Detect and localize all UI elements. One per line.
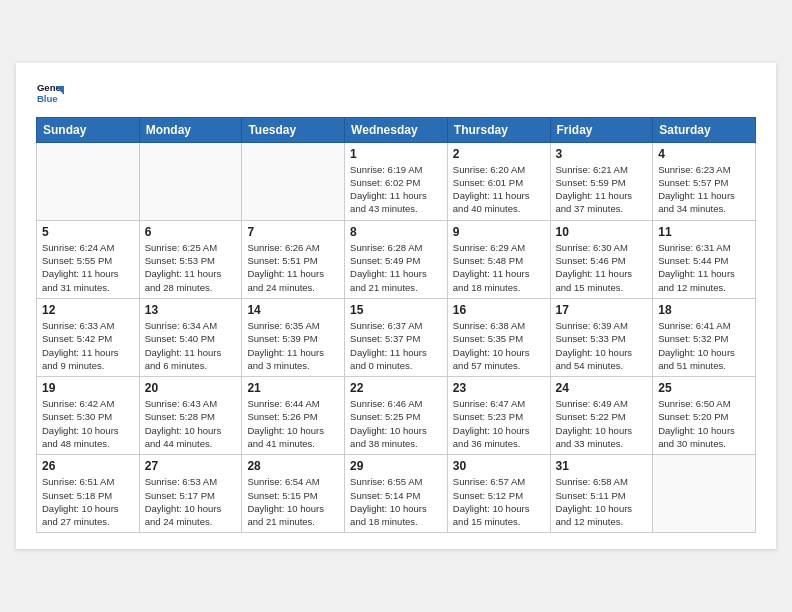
day-number: 17 [556, 303, 648, 317]
day-info: Sunrise: 6:24 AM Sunset: 5:55 PM Dayligh… [42, 241, 134, 294]
day-info: Sunrise: 6:54 AM Sunset: 5:15 PM Dayligh… [247, 475, 339, 528]
day-number: 3 [556, 147, 648, 161]
day-number: 7 [247, 225, 339, 239]
day-info: Sunrise: 6:37 AM Sunset: 5:37 PM Dayligh… [350, 319, 442, 372]
day-info: Sunrise: 6:47 AM Sunset: 5:23 PM Dayligh… [453, 397, 545, 450]
day-cell: 21Sunrise: 6:44 AM Sunset: 5:26 PM Dayli… [242, 377, 345, 455]
day-cell: 1Sunrise: 6:19 AM Sunset: 6:02 PM Daylig… [345, 142, 448, 220]
weekday-wednesday: Wednesday [345, 117, 448, 142]
day-cell: 20Sunrise: 6:43 AM Sunset: 5:28 PM Dayli… [139, 377, 242, 455]
day-cell [653, 455, 756, 533]
day-info: Sunrise: 6:28 AM Sunset: 5:49 PM Dayligh… [350, 241, 442, 294]
day-number: 29 [350, 459, 442, 473]
day-cell: 16Sunrise: 6:38 AM Sunset: 5:35 PM Dayli… [447, 298, 550, 376]
day-cell: 15Sunrise: 6:37 AM Sunset: 5:37 PM Dayli… [345, 298, 448, 376]
day-info: Sunrise: 6:55 AM Sunset: 5:14 PM Dayligh… [350, 475, 442, 528]
day-number: 18 [658, 303, 750, 317]
day-cell: 24Sunrise: 6:49 AM Sunset: 5:22 PM Dayli… [550, 377, 653, 455]
day-info: Sunrise: 6:58 AM Sunset: 5:11 PM Dayligh… [556, 475, 648, 528]
logo: General Blue [36, 79, 64, 107]
day-cell: 13Sunrise: 6:34 AM Sunset: 5:40 PM Dayli… [139, 298, 242, 376]
day-info: Sunrise: 6:50 AM Sunset: 5:20 PM Dayligh… [658, 397, 750, 450]
week-row-0: 1Sunrise: 6:19 AM Sunset: 6:02 PM Daylig… [37, 142, 756, 220]
week-row-3: 19Sunrise: 6:42 AM Sunset: 5:30 PM Dayli… [37, 377, 756, 455]
day-number: 13 [145, 303, 237, 317]
day-cell: 14Sunrise: 6:35 AM Sunset: 5:39 PM Dayli… [242, 298, 345, 376]
day-number: 5 [42, 225, 134, 239]
day-number: 1 [350, 147, 442, 161]
day-cell: 31Sunrise: 6:58 AM Sunset: 5:11 PM Dayli… [550, 455, 653, 533]
day-number: 21 [247, 381, 339, 395]
day-cell: 8Sunrise: 6:28 AM Sunset: 5:49 PM Daylig… [345, 220, 448, 298]
day-number: 19 [42, 381, 134, 395]
day-number: 31 [556, 459, 648, 473]
day-number: 30 [453, 459, 545, 473]
day-info: Sunrise: 6:21 AM Sunset: 5:59 PM Dayligh… [556, 163, 648, 216]
day-info: Sunrise: 6:46 AM Sunset: 5:25 PM Dayligh… [350, 397, 442, 450]
day-number: 27 [145, 459, 237, 473]
day-cell: 23Sunrise: 6:47 AM Sunset: 5:23 PM Dayli… [447, 377, 550, 455]
day-number: 15 [350, 303, 442, 317]
weekday-thursday: Thursday [447, 117, 550, 142]
day-info: Sunrise: 6:39 AM Sunset: 5:33 PM Dayligh… [556, 319, 648, 372]
day-cell: 19Sunrise: 6:42 AM Sunset: 5:30 PM Dayli… [37, 377, 140, 455]
day-info: Sunrise: 6:53 AM Sunset: 5:17 PM Dayligh… [145, 475, 237, 528]
day-number: 25 [658, 381, 750, 395]
day-cell: 6Sunrise: 6:25 AM Sunset: 5:53 PM Daylig… [139, 220, 242, 298]
day-info: Sunrise: 6:43 AM Sunset: 5:28 PM Dayligh… [145, 397, 237, 450]
weekday-saturday: Saturday [653, 117, 756, 142]
day-cell: 4Sunrise: 6:23 AM Sunset: 5:57 PM Daylig… [653, 142, 756, 220]
day-number: 26 [42, 459, 134, 473]
day-cell: 9Sunrise: 6:29 AM Sunset: 5:48 PM Daylig… [447, 220, 550, 298]
day-info: Sunrise: 6:25 AM Sunset: 5:53 PM Dayligh… [145, 241, 237, 294]
day-cell: 22Sunrise: 6:46 AM Sunset: 5:25 PM Dayli… [345, 377, 448, 455]
day-number: 8 [350, 225, 442, 239]
day-cell: 2Sunrise: 6:20 AM Sunset: 6:01 PM Daylig… [447, 142, 550, 220]
day-number: 12 [42, 303, 134, 317]
day-cell: 5Sunrise: 6:24 AM Sunset: 5:55 PM Daylig… [37, 220, 140, 298]
day-info: Sunrise: 6:29 AM Sunset: 5:48 PM Dayligh… [453, 241, 545, 294]
day-info: Sunrise: 6:49 AM Sunset: 5:22 PM Dayligh… [556, 397, 648, 450]
weekday-sunday: Sunday [37, 117, 140, 142]
calendar-table: SundayMondayTuesdayWednesdayThursdayFrid… [36, 117, 756, 534]
day-info: Sunrise: 6:26 AM Sunset: 5:51 PM Dayligh… [247, 241, 339, 294]
svg-text:Blue: Blue [37, 92, 58, 103]
day-number: 22 [350, 381, 442, 395]
weekday-tuesday: Tuesday [242, 117, 345, 142]
day-cell: 30Sunrise: 6:57 AM Sunset: 5:12 PM Dayli… [447, 455, 550, 533]
day-info: Sunrise: 6:42 AM Sunset: 5:30 PM Dayligh… [42, 397, 134, 450]
day-info: Sunrise: 6:41 AM Sunset: 5:32 PM Dayligh… [658, 319, 750, 372]
day-info: Sunrise: 6:33 AM Sunset: 5:42 PM Dayligh… [42, 319, 134, 372]
day-cell: 25Sunrise: 6:50 AM Sunset: 5:20 PM Dayli… [653, 377, 756, 455]
day-number: 10 [556, 225, 648, 239]
calendar-container: General Blue SundayMondayTuesdayWednesda… [16, 63, 776, 550]
day-cell: 17Sunrise: 6:39 AM Sunset: 5:33 PM Dayli… [550, 298, 653, 376]
calendar-header: General Blue [36, 79, 756, 107]
day-cell: 10Sunrise: 6:30 AM Sunset: 5:46 PM Dayli… [550, 220, 653, 298]
day-number: 2 [453, 147, 545, 161]
day-info: Sunrise: 6:19 AM Sunset: 6:02 PM Dayligh… [350, 163, 442, 216]
day-number: 4 [658, 147, 750, 161]
day-number: 20 [145, 381, 237, 395]
day-cell: 27Sunrise: 6:53 AM Sunset: 5:17 PM Dayli… [139, 455, 242, 533]
day-number: 9 [453, 225, 545, 239]
day-number: 23 [453, 381, 545, 395]
day-info: Sunrise: 6:20 AM Sunset: 6:01 PM Dayligh… [453, 163, 545, 216]
logo-icon: General Blue [36, 79, 64, 107]
day-info: Sunrise: 6:44 AM Sunset: 5:26 PM Dayligh… [247, 397, 339, 450]
day-cell: 7Sunrise: 6:26 AM Sunset: 5:51 PM Daylig… [242, 220, 345, 298]
day-number: 24 [556, 381, 648, 395]
weekday-friday: Friday [550, 117, 653, 142]
weekday-monday: Monday [139, 117, 242, 142]
day-cell: 11Sunrise: 6:31 AM Sunset: 5:44 PM Dayli… [653, 220, 756, 298]
day-cell [139, 142, 242, 220]
weekday-header-row: SundayMondayTuesdayWednesdayThursdayFrid… [37, 117, 756, 142]
day-info: Sunrise: 6:38 AM Sunset: 5:35 PM Dayligh… [453, 319, 545, 372]
day-number: 6 [145, 225, 237, 239]
day-number: 14 [247, 303, 339, 317]
day-info: Sunrise: 6:31 AM Sunset: 5:44 PM Dayligh… [658, 241, 750, 294]
day-info: Sunrise: 6:57 AM Sunset: 5:12 PM Dayligh… [453, 475, 545, 528]
day-number: 16 [453, 303, 545, 317]
week-row-4: 26Sunrise: 6:51 AM Sunset: 5:18 PM Dayli… [37, 455, 756, 533]
day-info: Sunrise: 6:34 AM Sunset: 5:40 PM Dayligh… [145, 319, 237, 372]
